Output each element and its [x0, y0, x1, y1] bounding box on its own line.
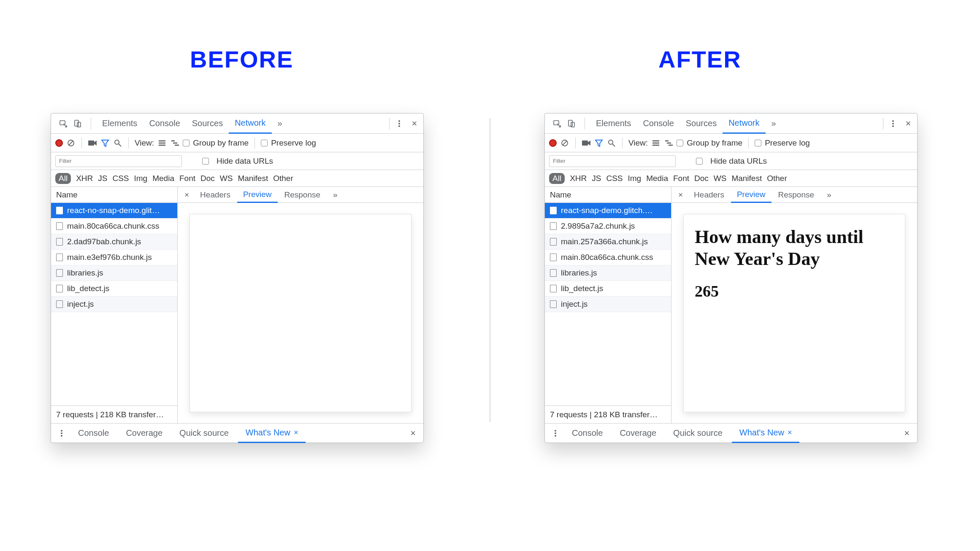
request-row[interactable]: react-no-snap-demo.glit…	[51, 203, 177, 219]
close-drawer-icon[interactable]: ×	[900, 428, 914, 439]
close-devtools-icon[interactable]: ×	[904, 119, 913, 128]
drawer-tab-quicksource[interactable]: Quick source	[666, 424, 730, 443]
inspect-icon[interactable]	[552, 119, 562, 128]
search-icon[interactable]	[607, 138, 616, 148]
search-icon[interactable]	[113, 138, 122, 148]
device-toggle-icon[interactable]	[567, 119, 576, 128]
type-font[interactable]: Font	[673, 174, 689, 183]
request-row[interactable]: main.257a366a.chunk.js	[545, 234, 671, 250]
request-row[interactable]: inject.js	[51, 297, 177, 312]
type-manifest[interactable]: Manifest	[731, 174, 762, 183]
type-xhr[interactable]: XHR	[76, 174, 93, 183]
clear-icon[interactable]	[560, 138, 569, 148]
request-row[interactable]: main.80ca66ca.chunk.css	[51, 219, 177, 234]
type-js[interactable]: JS	[98, 174, 107, 183]
detail-tab-preview[interactable]: Preview	[731, 187, 772, 203]
drawer-tab-coverage[interactable]: Coverage	[118, 424, 170, 443]
view-list-icon[interactable]	[157, 138, 167, 148]
close-tab-icon[interactable]: ×	[788, 428, 792, 437]
hide-data-urls-checkbox[interactable]	[696, 158, 703, 165]
drawer-tab-coverage[interactable]: Coverage	[612, 424, 664, 443]
request-row[interactable]: 2.dad97bab.chunk.js	[51, 234, 177, 250]
group-by-frame-checkbox[interactable]	[183, 140, 190, 146]
detail-tab-headers[interactable]: Headers	[194, 187, 236, 203]
device-toggle-icon[interactable]	[73, 119, 82, 128]
tab-elements[interactable]: Elements	[590, 113, 637, 133]
type-media[interactable]: Media	[646, 174, 668, 183]
tab-console[interactable]: Console	[143, 113, 186, 133]
close-tab-icon[interactable]: ×	[294, 428, 298, 437]
tab-network[interactable]: Network	[723, 114, 765, 134]
drawer-kebab-icon[interactable]	[57, 429, 66, 438]
type-doc[interactable]: Doc	[200, 174, 215, 183]
clear-icon[interactable]	[66, 138, 76, 148]
preserve-log-checkbox[interactable]	[261, 140, 268, 146]
filter-input[interactable]	[55, 155, 182, 167]
type-other[interactable]: Other	[273, 174, 293, 183]
type-all[interactable]: All	[55, 173, 71, 184]
type-media[interactable]: Media	[152, 174, 174, 183]
detail-tab-headers[interactable]: Headers	[688, 187, 730, 203]
close-drawer-icon[interactable]: ×	[406, 428, 420, 439]
tab-sources[interactable]: Sources	[680, 113, 723, 133]
request-row[interactable]: libraries.js	[51, 265, 177, 281]
drawer-tab-whatsnew[interactable]: What's New ×	[238, 424, 306, 443]
request-row[interactable]: lib_detect.js	[51, 281, 177, 297]
request-row[interactable]: inject.js	[545, 297, 671, 312]
column-header-name[interactable]: Name	[51, 187, 177, 203]
drawer-tab-whatsnew[interactable]: What's New ×	[732, 424, 800, 443]
filter-icon[interactable]	[594, 138, 604, 148]
filter-icon[interactable]	[100, 138, 110, 148]
group-by-frame-checkbox[interactable]	[677, 140, 683, 146]
kebab-menu-icon[interactable]	[888, 119, 898, 128]
request-row[interactable]: main.80ca66ca.chunk.css	[545, 250, 671, 265]
type-ws[interactable]: WS	[220, 174, 233, 183]
detail-tabs-overflow-icon[interactable]: »	[327, 187, 344, 203]
request-row[interactable]: lib_detect.js	[545, 281, 671, 297]
type-img[interactable]: Img	[134, 174, 148, 183]
detail-tab-preview[interactable]: Preview	[237, 187, 278, 203]
record-button[interactable]	[549, 139, 557, 147]
view-waterfall-icon[interactable]	[170, 138, 179, 148]
preserve-log-checkbox[interactable]	[755, 140, 761, 146]
tab-elements[interactable]: Elements	[96, 113, 143, 133]
column-header-name[interactable]: Name	[545, 187, 671, 203]
type-js[interactable]: JS	[592, 174, 601, 183]
record-button[interactable]	[55, 139, 63, 147]
drawer-tab-console[interactable]: Console	[564, 424, 610, 443]
detail-tab-response[interactable]: Response	[772, 187, 820, 203]
view-list-icon[interactable]	[651, 138, 661, 148]
close-devtools-icon[interactable]: ×	[410, 119, 419, 128]
type-other[interactable]: Other	[767, 174, 787, 183]
type-manifest[interactable]: Manifest	[238, 174, 268, 183]
drawer-tab-console[interactable]: Console	[70, 424, 116, 443]
tabs-overflow-icon[interactable]: »	[766, 113, 782, 133]
request-row[interactable]: libraries.js	[545, 265, 671, 281]
drawer-tab-quicksource[interactable]: Quick source	[172, 424, 236, 443]
hide-data-urls-checkbox[interactable]	[202, 158, 209, 165]
view-waterfall-icon[interactable]	[664, 138, 673, 148]
type-font[interactable]: Font	[179, 174, 195, 183]
request-row[interactable]: main.e3ef976b.chunk.js	[51, 250, 177, 265]
inspect-icon[interactable]	[59, 119, 68, 128]
request-row[interactable]: react-snap-demo.glitch.…	[545, 203, 671, 219]
close-detail-icon[interactable]: ×	[674, 190, 687, 200]
kebab-menu-icon[interactable]	[395, 119, 404, 128]
tab-sources[interactable]: Sources	[186, 113, 229, 133]
detail-tabs-overflow-icon[interactable]: »	[821, 187, 837, 203]
request-row[interactable]: 2.9895a7a2.chunk.js	[545, 219, 671, 234]
type-css[interactable]: CSS	[606, 174, 623, 183]
drawer-kebab-icon[interactable]	[551, 429, 560, 438]
filter-input[interactable]	[549, 155, 676, 167]
type-css[interactable]: CSS	[112, 174, 129, 183]
tab-network[interactable]: Network	[229, 114, 271, 134]
type-doc[interactable]: Doc	[694, 174, 709, 183]
tabs-overflow-icon[interactable]: »	[272, 113, 288, 133]
camera-icon[interactable]	[88, 138, 97, 148]
type-ws[interactable]: WS	[714, 174, 727, 183]
tab-console[interactable]: Console	[637, 113, 680, 133]
camera-icon[interactable]	[582, 138, 591, 148]
type-all[interactable]: All	[549, 173, 565, 184]
type-img[interactable]: Img	[628, 174, 642, 183]
close-detail-icon[interactable]: ×	[180, 190, 193, 200]
